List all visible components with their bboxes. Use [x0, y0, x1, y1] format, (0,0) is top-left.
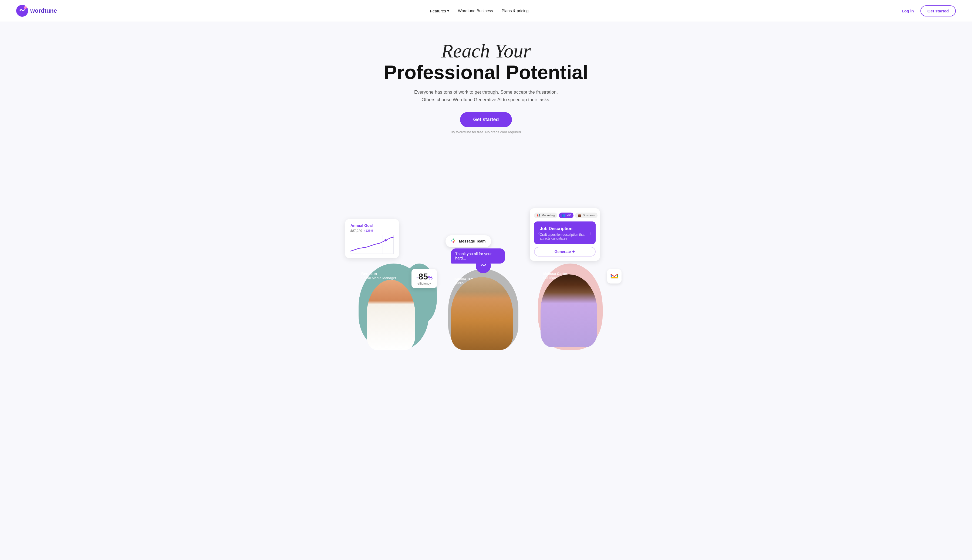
marketing-icon: 📢: [537, 213, 540, 217]
chart-line: [350, 235, 394, 254]
get-started-hero-button[interactable]: Get started: [460, 112, 512, 127]
hero-title-italic: Reach Your: [5, 40, 967, 62]
job-description-panel: 📢 Marketing 👥 HR 💼 Business ‹ Job Descri…: [530, 208, 600, 261]
marketing-tag[interactable]: 📢 Marketing: [534, 213, 557, 218]
svg-rect-6: [453, 241, 453, 243]
hero-subtitle: Everyone has tons of work to get through…: [5, 88, 967, 103]
svg-point-2: [385, 239, 386, 242]
job-desc-subtitle: Craft a position description that attrac…: [540, 233, 590, 240]
message-team-label: Message Team: [459, 239, 486, 243]
carousel-nav: ‹ Job Description Craft a position descr…: [539, 226, 591, 240]
logo-link[interactable]: wordtune: [16, 5, 57, 17]
hero-section: Reach Your Professional Potential Everyo…: [0, 22, 972, 145]
business-icon: 💼: [578, 213, 582, 217]
generate-button[interactable]: Generate ✦: [534, 247, 596, 257]
person-illustration-left: [366, 280, 415, 350]
efficiency-badge: ↑ 85 % efficiency: [412, 269, 437, 288]
job-desc-card: ‹ Job Description Craft a position descr…: [534, 222, 596, 244]
chevron-down-icon: ▾: [447, 8, 449, 13]
job-desc-title: Job Description: [540, 226, 590, 231]
svg-rect-5: [454, 240, 455, 242]
nav-links: Features ▾ Wordtune Business Plans & pri…: [430, 8, 529, 13]
nav-right: Log in Get started: [902, 5, 956, 17]
hero-footnote: Try Wordtune for free. No credit card re…: [450, 130, 522, 134]
slack-logo: [451, 238, 456, 243]
svg-rect-3: [452, 240, 452, 242]
svg-rect-9: [611, 277, 618, 278]
gmail-icon: [610, 273, 618, 280]
business-tag[interactable]: 💼 Business: [575, 213, 597, 218]
message-team-badge: Message Team: [445, 235, 491, 247]
tag-row: 📢 Marketing 👥 HR 💼 Business: [534, 213, 596, 218]
gmail-badge: [607, 269, 622, 283]
svg-rect-4: [453, 238, 453, 240]
efficiency-arrow-icon: ↑: [416, 276, 418, 280]
cards-section: Ben Gun Social Media Manager ↑ 85 % effi…: [0, 145, 972, 263]
next-arrow-button[interactable]: ›: [590, 231, 591, 236]
hero-title-bold: Professional Potential: [5, 62, 967, 83]
hr-icon: 👥: [562, 213, 565, 217]
navbar: wordtune Features ▾ Wordtune Business Pl…: [0, 0, 972, 22]
features-link[interactable]: Features ▾: [430, 8, 449, 13]
hero-title: Reach Your Professional Potential: [5, 40, 967, 83]
hero-cta: Get started Try Wordtune for free. No cr…: [5, 112, 967, 134]
annual-goal-chart: [350, 235, 394, 254]
logo-icon: [16, 5, 28, 17]
business-link[interactable]: Wordtune Business: [458, 8, 493, 13]
logo-text: wordtune: [30, 7, 57, 14]
person-label-left: Ben Gun Social Media Manager: [361, 272, 396, 280]
login-link[interactable]: Log in: [902, 8, 914, 13]
slack-icon: [451, 238, 456, 245]
annual-goal-card: Annual Goal $87,239 +126%: [345, 219, 399, 258]
pricing-link[interactable]: Plans & pricing: [502, 8, 529, 13]
message-bubble: Thank you all for your hard...: [451, 248, 505, 263]
get-started-nav-button[interactable]: Get started: [920, 5, 956, 17]
person-illustration-center: [451, 277, 513, 350]
hr-tag[interactable]: 👥 HR: [559, 213, 574, 218]
person-illustration-right: [540, 274, 597, 347]
